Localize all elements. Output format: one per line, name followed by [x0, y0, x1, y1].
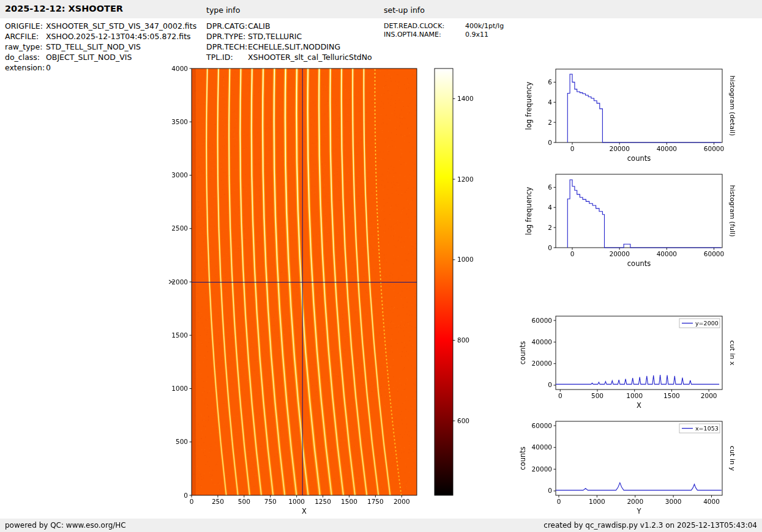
x-tick-label: 0 [558, 392, 562, 399]
metadata-key: TPL.ID: [206, 52, 248, 62]
right-axis-label: cut in x [728, 341, 736, 366]
colorbar-tick-label: 1400 [457, 95, 474, 102]
x-tick-label: 20000 [609, 145, 629, 152]
metadata-row: DPR.CATG:CALIB [206, 21, 372, 31]
metadata-key: DPR.CATG: [206, 21, 248, 31]
metadata-value: STD_TELL_SLIT_NOD_VIS [46, 42, 141, 51]
y-axis-label: counts [518, 446, 527, 470]
x-tick-label: 3000 [665, 498, 682, 505]
metadata-value: STD,TELLURIC [248, 32, 302, 41]
metadata-key: ORIGFILE: [5, 21, 46, 31]
legend-label: x=1053 [695, 425, 719, 432]
raw-frame-image [192, 68, 417, 495]
y-axis-label: counts [518, 341, 527, 364]
cut-y-series-line [556, 482, 722, 490]
metadata-value: XSHOOTER_SLT_STD_VIS_347_0002.fits [46, 21, 196, 31]
metadata-row: DPR.TYPE:STD,TELLURIC [206, 31, 372, 42]
x-tick-label: 750 [264, 498, 277, 505]
y-tick-label: 1000 [171, 385, 188, 392]
x-axis-label: Y [636, 507, 641, 515]
x-tick-label: 0 [557, 498, 561, 505]
metadata-key: raw_type: [5, 42, 46, 52]
x-tick-label: 1500 [341, 498, 357, 505]
x-tick-label: 40000 [657, 145, 677, 152]
setup-info-heading: set-up info [384, 6, 425, 15]
metadata-key: INS.OPTI4.NAME: [384, 31, 465, 39]
hist-full-frame [556, 174, 722, 248]
metadata-row: ARCFILE:XSHOO.2025-12-13T04:45:05.872.fi… [5, 31, 196, 42]
x-tick-label: 0 [190, 498, 194, 505]
cut-x-frame [556, 316, 722, 390]
y-tick-label: 6 [548, 78, 552, 86]
y-tick-label: 2 [548, 119, 552, 126]
x-tick-label: 0 [570, 250, 575, 257]
metadata-row: DPR.TECH:ECHELLE,SLIT,NODDING [206, 42, 372, 52]
metadata-row: raw_type:STD_TELL_SLIT_NOD_VIS [5, 42, 196, 52]
y-tick-label: 2000 [171, 278, 188, 286]
hist-detail-series-line [567, 74, 721, 142]
metadata-row: INS.OPTI4.NAME:0.9x11 [384, 31, 504, 39]
y-axis-label: log frequency [525, 81, 533, 130]
metadata-value: 0.9x11 [465, 31, 488, 39]
y-tick-label: 0 [548, 487, 552, 494]
y-tick-label: 4 [548, 98, 552, 106]
cut-x-series-line [556, 375, 719, 384]
footer-bar: powered by QC: www.eso.org/HC created by… [0, 519, 762, 532]
x-tick-label: 40000 [657, 250, 677, 257]
y-tick-label: 60000 [532, 422, 552, 429]
footer-credit: powered by QC: www.eso.org/HC [5, 521, 126, 530]
colorbar [435, 68, 453, 495]
x-tick-label: 500 [591, 392, 603, 399]
metadata-key: DET.READ.CLOCK: [384, 22, 465, 31]
x-tick-label: 60000 [704, 250, 724, 257]
y-tick-label: 60000 [532, 317, 552, 324]
x-axis-label: X [637, 401, 641, 410]
y-tick-label: 1500 [171, 331, 188, 339]
right-axis-label: histogram (full) [728, 185, 736, 237]
x-tick-label: 20000 [609, 250, 629, 257]
y-tick-label: 0 [548, 381, 552, 388]
x-tick-label: 1250 [315, 498, 331, 505]
type-info-heading: type info [206, 6, 240, 15]
metadata-value: CALIB [248, 21, 271, 31]
metadata-key: extension: [5, 62, 46, 73]
metadata-key: do_class: [5, 52, 46, 62]
metadata-row: ORIGFILE:XSHOOTER_SLT_STD_VIS_347_0002.f… [5, 21, 196, 31]
right-axis-label: histogram (detail) [728, 76, 736, 136]
metadata-value: 0 [46, 63, 51, 72]
y-tick-label: 0 [184, 492, 188, 499]
y-tick-label: 6 [548, 183, 552, 191]
y-tick-label: 4 [548, 204, 552, 211]
colorbar-tick-label: 600 [457, 417, 469, 424]
x-tick-label: 0 [570, 145, 575, 152]
y-tick-label: 0 [548, 244, 552, 251]
metadata-value: XSHOO.2025-12-13T04:45:05.872.fits [46, 32, 191, 41]
y-axis-label: log frequency [525, 187, 533, 235]
colorbar-tick-label: 1000 [457, 256, 474, 263]
metadata-key: DPR.TECH: [206, 42, 248, 52]
x-tick-label: 1000 [589, 498, 605, 505]
hist-detail-frame [556, 69, 722, 142]
metadata-row: DET.READ.CLOCK:400k/1pt/lg [384, 22, 504, 31]
setup-info-metadata: DET.READ.CLOCK:400k/1pt/lg INS.OPTI4.NAM… [384, 22, 504, 39]
metadata-row: extension:0 [5, 62, 196, 73]
file-metadata: ORIGFILE:XSHOOTER_SLT_STD_VIS_347_0002.f… [5, 21, 196, 73]
x-axis-label: counts [627, 154, 651, 163]
x-axis-label: counts [627, 259, 651, 268]
footer-created: created by qc_rawdisp.py v1.2.3 on 2025-… [543, 521, 757, 530]
y-tick-label: 20000 [532, 360, 552, 367]
y-tick-label: 40000 [532, 338, 552, 345]
cut-y-frame [556, 421, 722, 495]
y-tick-label: 3000 [171, 171, 188, 179]
right-axis-label: cut in y [728, 446, 736, 471]
page-title: 2025-12-12: XSHOOTER [5, 4, 123, 13]
metadata-row: do_class:OBJECT_SLIT_NOD_VIS [5, 52, 196, 62]
x-tick-label: 4000 [703, 498, 720, 505]
hist-full-series-line [567, 180, 721, 248]
x-tick-label: 1500 [663, 392, 680, 399]
legend-box [679, 424, 720, 433]
metadata-key: DPR.TYPE: [206, 31, 248, 42]
metadata-value: XSHOOTER_slt_cal_TelluricStdNo [248, 53, 372, 62]
x-tick-label: 1000 [626, 392, 643, 399]
x-tick-label: 2000 [394, 498, 410, 505]
